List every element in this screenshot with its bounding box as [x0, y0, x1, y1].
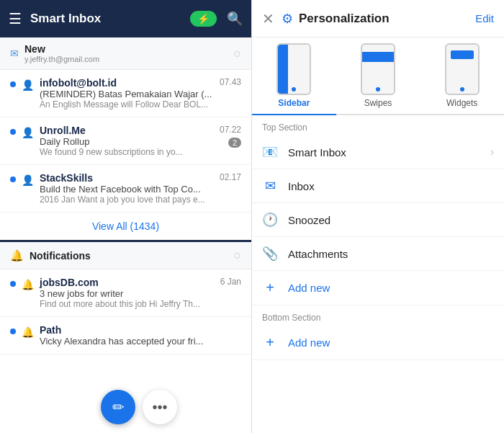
- email-content: infobolt@bolt.id (REMINDER) Batas Pemaka…: [40, 77, 215, 110]
- fab-container: ✏ •••: [101, 390, 177, 424]
- unread-dot: [10, 329, 16, 334]
- subject: Build the Next Facebook with Top Co...: [40, 184, 215, 195]
- snoozed-icon: 🕐: [262, 212, 278, 228]
- menu-item-snoozed[interactable]: 🕐 Snoozed: [252, 203, 504, 237]
- hamburger-icon[interactable]: ☰: [9, 10, 22, 27]
- inbox-label: Inbox: [288, 180, 494, 192]
- search-icon[interactable]: 🔍: [227, 11, 243, 27]
- right-panel-title: Personalization: [299, 12, 475, 26]
- notif-content: jobsDB.com 6 Jan 3 new jobs for writer F…: [40, 277, 241, 309]
- email-list: 👤 infobolt@bolt.id (REMINDER) Batas Pema…: [0, 70, 251, 213]
- alert-icon-2: 🔔: [22, 326, 34, 338]
- bell-icon: 🔔: [10, 249, 24, 262]
- email-meta: 07.22 2: [220, 125, 241, 148]
- smart-inbox-icon: 📧: [262, 144, 278, 160]
- email-content: StackSkills Build the Next Facebook with…: [40, 172, 215, 205]
- sender: infobolt@bolt.id: [40, 77, 215, 89]
- tab-widgets[interactable]: Widgets: [420, 37, 504, 114]
- notif-content-2: Path Vicky Alexandra has accepted your f…: [40, 324, 241, 347]
- avatar-icon: 👤: [22, 174, 34, 186]
- email-time: 07.22: [220, 125, 241, 135]
- swipes-preview: [361, 43, 395, 95]
- edit-button[interactable]: Edit: [475, 12, 494, 24]
- email-meta: 07.43: [220, 77, 241, 87]
- envelope-icon: ✉: [10, 48, 19, 59]
- email-time: 02.17: [220, 172, 241, 182]
- notif-preview: Find out more about this job Hi Jeffry T…: [40, 299, 241, 309]
- preview: An English Message will Follow Dear BOL.…: [40, 99, 215, 110]
- menu-item-inbox[interactable]: ✉ Inbox: [252, 169, 504, 203]
- add-icon-bottom: +: [262, 334, 278, 351]
- personalization-icon: ⚙: [282, 11, 293, 27]
- view-all-label: View All (1434): [92, 220, 159, 232]
- power-badge: ⚡: [190, 11, 217, 27]
- snoozed-label: Snoozed: [288, 214, 494, 226]
- smart-inbox-label: Smart Inbox: [288, 146, 490, 159]
- edit-icon: ✏: [112, 398, 125, 416]
- view-all-button[interactable]: View All (1434): [0, 213, 251, 242]
- personalization-tabs: Sidebar Swipes Widgets: [252, 37, 504, 115]
- compose-button[interactable]: ✏: [101, 390, 135, 424]
- email-account: y.jeffry.th@gmail.com: [24, 55, 233, 63]
- tab-swipes[interactable]: Swipes: [336, 37, 420, 114]
- chevron-right-icon: ›: [490, 146, 494, 159]
- unread-dot: [10, 81, 16, 87]
- email-meta: 02.17: [220, 172, 241, 182]
- add-icon-top: +: [262, 280, 278, 296]
- alert-icon: 🔔: [22, 279, 34, 290]
- email-item-2[interactable]: 👤 Unroll.Me Daily Rollup We found 9 new …: [0, 117, 251, 165]
- avatar-icon: 👤: [22, 127, 34, 138]
- tab-swipes-label: Swipes: [364, 98, 392, 108]
- notif-sender: jobsDB.com: [40, 277, 99, 288]
- menu-item-smart-inbox[interactable]: 📧 Smart Inbox ›: [252, 135, 504, 169]
- add-new-bottom-label: Add new: [288, 336, 494, 349]
- sidebar-preview: [276, 43, 311, 95]
- avatar-icon: 👤: [22, 79, 34, 91]
- email-badge: 2: [228, 138, 241, 148]
- tab-sidebar[interactable]: Sidebar: [252, 37, 336, 114]
- check-circle-icon-notif: ○: [233, 248, 241, 263]
- subject: (REMINDER) Batas Pemakaian Wajar (...: [40, 89, 215, 99]
- tab-widgets-label: Widgets: [446, 98, 477, 108]
- smart-inbox-section-header: ✉ New y.jeffry.th@gmail.com ○: [0, 37, 251, 70]
- notif-time: 6 Jan: [220, 277, 241, 288]
- attachments-icon: 📎: [262, 246, 278, 262]
- email-content: Unroll.Me Daily Rollup We found 9 new su…: [40, 125, 215, 157]
- add-new-bottom-button[interactable]: + Add new: [252, 326, 504, 360]
- close-icon[interactable]: ✕: [262, 10, 274, 27]
- sender: StackSkills: [40, 172, 215, 184]
- subject: Daily Rollup: [40, 136, 215, 147]
- email-item-1[interactable]: 👤 infobolt@bolt.id (REMINDER) Batas Pema…: [0, 70, 251, 117]
- notif-item-1[interactable]: 🔔 jobsDB.com 6 Jan 3 new jobs for writer…: [0, 269, 251, 317]
- right-panel: ✕ ⚙ Personalization Edit Sidebar Swipes: [252, 0, 504, 433]
- sender: Unroll.Me: [40, 125, 215, 136]
- add-new-top-label: Add new: [288, 282, 494, 294]
- notif-sender-2: Path: [40, 324, 241, 336]
- tab-sidebar-label: Sidebar: [278, 98, 310, 108]
- right-header: ✕ ⚙ Personalization Edit: [252, 0, 504, 37]
- unread-dot: [10, 281, 16, 287]
- unread-dot: [10, 177, 16, 182]
- email-time: 07.43: [220, 77, 241, 87]
- widgets-preview: [445, 43, 480, 95]
- left-panel: ☰ Smart Inbox ⚡ 🔍 ✉ New y.jeffry.th@gmai…: [0, 0, 252, 433]
- notif-subject-2: Vicky Alexandra has accepted your fri...: [40, 336, 241, 347]
- add-new-top-button[interactable]: + Add new: [252, 271, 504, 305]
- bottom-section-label: Bottom Section: [252, 305, 504, 326]
- header-title: Smart Inbox: [30, 12, 190, 26]
- check-circle-icon: ○: [233, 46, 241, 61]
- email-item-3[interactable]: 👤 StackSkills Build the Next Facebook wi…: [0, 165, 251, 213]
- preview: We found 9 new subscriptions in yo...: [40, 147, 215, 157]
- power-icon: ⚡: [197, 13, 210, 24]
- left-header: ☰ Smart Inbox ⚡ 🔍: [0, 0, 251, 37]
- unread-dot: [10, 129, 16, 135]
- more-options-button[interactable]: •••: [143, 390, 177, 424]
- menu-item-attachments[interactable]: 📎 Attachments: [252, 237, 504, 271]
- notif-item-2[interactable]: 🔔 Path Vicky Alexandra has accepted your…: [0, 317, 251, 354]
- more-icon: •••: [152, 399, 167, 416]
- preview: 2016 Jan Want a job you love that pays e…: [40, 195, 215, 205]
- inbox-icon: ✉: [262, 178, 278, 194]
- new-label: New: [24, 43, 233, 55]
- attachments-label: Attachments: [288, 248, 494, 260]
- top-section-label: Top Section: [252, 115, 504, 135]
